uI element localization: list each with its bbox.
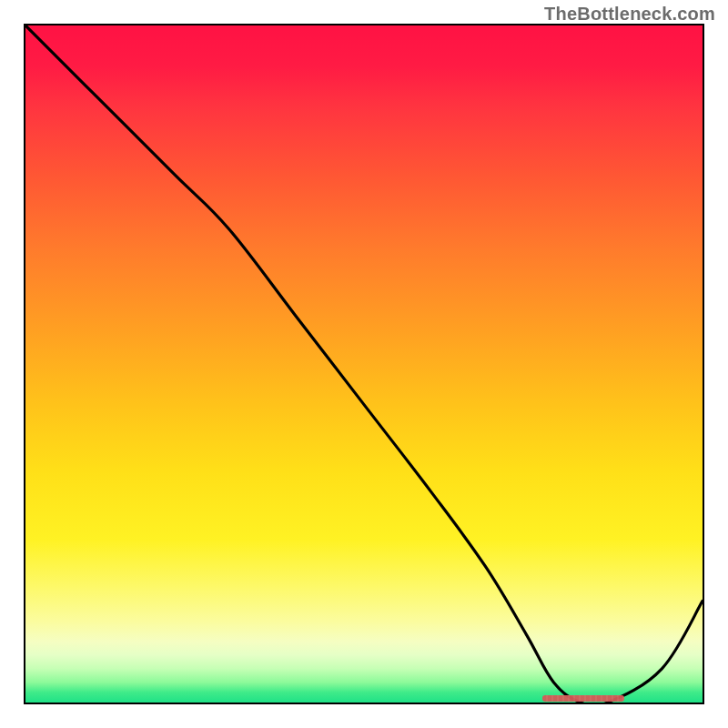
chart-curve-svg: [25, 25, 703, 703]
optimal-range-marker: [542, 695, 624, 702]
curve-path: [25, 25, 703, 703]
chart-gradient-plot: [24, 24, 704, 704]
watermark-text: TheBottleneck.com: [544, 4, 715, 25]
